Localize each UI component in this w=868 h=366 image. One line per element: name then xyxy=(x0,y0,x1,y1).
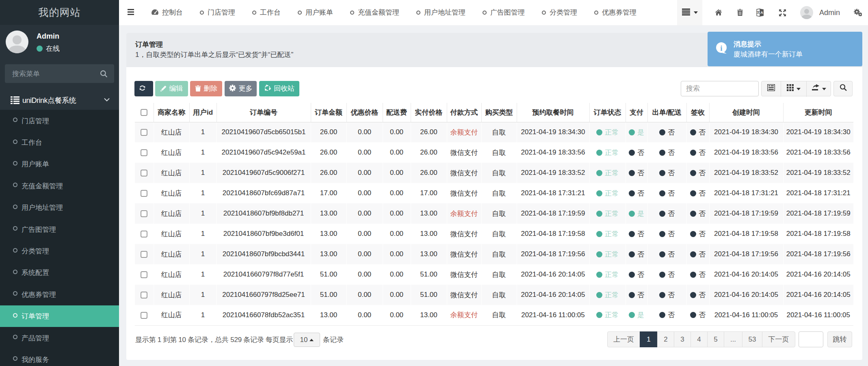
svg-text:A: A xyxy=(760,11,763,15)
svg-text:文: 文 xyxy=(756,11,760,14)
svg-text:i: i xyxy=(720,44,722,52)
